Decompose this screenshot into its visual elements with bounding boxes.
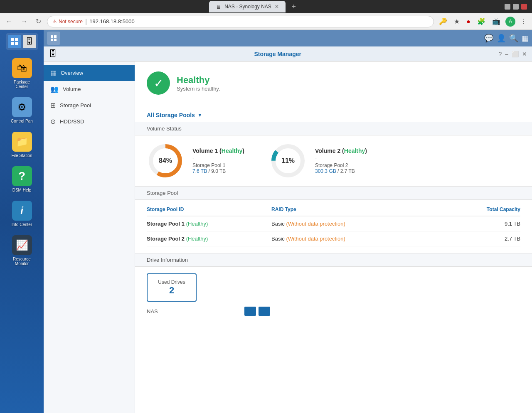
volume-1-percent: 84% — [159, 157, 172, 165]
dsm-home-icon[interactable] — [47, 32, 60, 45]
volume-1-info: Volume 1 (Healthy) - Storage Pool 1 7.6 … — [192, 148, 244, 174]
maximize-button[interactable] — [513, 4, 519, 10]
volume-2-name: Volume 2 (Healthy) — [315, 148, 367, 154]
volume-2-percent: 11% — [281, 157, 295, 165]
sm-help-button[interactable]: ? — [498, 51, 502, 57]
volume-2-item: 11% Volume 2 (Healthy) - Storage Pool 2 … — [269, 142, 367, 179]
volume-status-content: 84% Volume 1 (Healthy) - Storage Pool 1 … — [135, 135, 532, 186]
desktop-area: 💬 👤 🔍 ▦ 🗄 Storage Manager ? – ⬜ ✕ — [44, 30, 532, 413]
dsm-topbar-apps: 🗄 — [6, 33, 38, 50]
not-secure-label: Not secure — [59, 19, 83, 25]
control-panel-icon: ⚙ — [17, 101, 27, 113]
drive-slots — [244, 307, 520, 316]
overview-icon: ▦ — [50, 69, 57, 77]
sidebar-item-storage-pool[interactable]: ⊞ Storage Pool — [44, 97, 135, 113]
storage-manager-title: Storage Manager — [57, 51, 498, 57]
profile-icon[interactable]: A — [505, 17, 515, 27]
storage-pool-table: Storage Pool ID RAID Type Total Capacity… — [135, 200, 532, 253]
browser-tab[interactable]: 🖥 NAS - Synology NAS ✕ — [209, 1, 286, 12]
back-button[interactable]: ← — [3, 16, 15, 27]
browser-chrome: 🖥 NAS - Synology NAS ✕ + ← → ↻ ⚠ Not sec… — [0, 0, 532, 30]
taskbar-info-center[interactable]: i Info Center — [2, 197, 42, 230]
cast-icon[interactable]: 📺 — [490, 16, 502, 27]
taskbar-file-station-label: File Station — [11, 153, 32, 158]
refresh-button[interactable]: ↻ — [33, 16, 44, 27]
not-secure-indicator: ⚠ Not secure — [52, 19, 83, 25]
address-text: 192.168.18.8:5000 — [89, 18, 134, 25]
dsm-search-icon[interactable]: 🔍 — [509, 34, 518, 43]
used-drives-card: Used Drives 2 — [147, 273, 197, 302]
pool-2-id: Storage Pool 2 (Healthy) — [147, 236, 271, 242]
hdd-icon: ⊙ — [50, 118, 56, 125]
volume-1-pool: Storage Pool 1 — [192, 162, 244, 168]
home-grid-icon — [51, 35, 57, 41]
volume-2-dash: - — [315, 155, 367, 161]
package-center-icon: 🛍 — [17, 62, 27, 74]
new-tab-button[interactable]: + — [289, 2, 299, 12]
address-bar[interactable]: ⚠ Not secure | 192.168.18.8:5000 — [47, 16, 434, 27]
puzzle-icon[interactable]: 🧩 — [475, 16, 487, 27]
pool-header-capacity: Total Capacity — [470, 206, 520, 212]
sidebar-item-overview[interactable]: ▦ Overview — [44, 65, 135, 81]
health-status-section: ✓ Healthy System is healthy. — [135, 61, 532, 105]
drive-slot-1 — [244, 307, 256, 316]
health-status-title: Healthy — [177, 75, 220, 86]
pool-2-capacity: 2.7 TB — [470, 236, 520, 242]
nas-drive-row: NAS — [147, 302, 520, 321]
sidebar-item-volume[interactable]: 👥 Volume — [44, 81, 135, 97]
bookmark-icon[interactable]: ★ — [452, 16, 461, 27]
sm-window-controls: ? – ⬜ ✕ — [498, 51, 527, 57]
dropdown-arrow-icon: ▼ — [197, 112, 202, 118]
sidebar-volume-label: Volume — [63, 86, 81, 92]
sidebar-hdd-label: HDD/SSD — [60, 118, 84, 125]
sm-close-button[interactable]: ✕ — [522, 51, 527, 57]
dsm-topbar-right: 💬 👤 🔍 ▦ — [484, 34, 529, 43]
pool-1-id: Storage Pool 1 (Healthy) — [147, 221, 271, 227]
used-drives-label: Used Drives — [158, 279, 185, 285]
storage-manager-window: 🗄 Storage Manager ? – ⬜ ✕ ▦ Overview — [44, 47, 532, 413]
key-icon[interactable]: 🔑 — [437, 16, 449, 27]
used-drives-value: 2 — [169, 285, 174, 296]
sidebar-item-hdd-ssd[interactable]: ⊙ HDD/SSD — [44, 113, 135, 130]
dsm-chat-icon[interactable]: 💬 — [484, 34, 493, 43]
checkmark-icon: ✓ — [154, 76, 163, 90]
close-tab-button[interactable]: ✕ — [275, 4, 279, 10]
sm-minimize-button[interactable]: – — [505, 51, 508, 57]
volume-2-donut: 11% — [269, 142, 307, 179]
tab-favicon: 🖥 — [216, 4, 221, 10]
dsm-shell: 🗄 🛍 PackageCenter ⚙ Control Pan 📁 File S… — [0, 30, 532, 413]
nas-label: NAS — [147, 308, 158, 315]
table-row: Storage Pool 2 (Healthy) Basic (Without … — [147, 231, 520, 246]
pool-2-raid: Basic (Without data protection) — [271, 236, 470, 242]
taskbar-package-center[interactable]: 🛍 PackageCenter — [2, 55, 42, 92]
minimize-button[interactable] — [505, 4, 510, 10]
menu-icon[interactable]: ⋮ — [519, 16, 529, 27]
pool-1-capacity: 9.1 TB — [470, 221, 520, 227]
volume-1-donut: 84% — [147, 142, 184, 179]
dsm-topbar: 💬 👤 🔍 ▦ — [44, 30, 532, 47]
sm-sidebar: ▦ Overview 👥 Volume ⊞ Storage Pool ⊙ HDD… — [44, 61, 135, 413]
all-storage-pools-dropdown[interactable]: All Storage Pools ▼ — [135, 105, 532, 122]
drive-info-content: Used Drives 2 NAS — [135, 267, 532, 327]
grid-icon — [11, 38, 18, 45]
taskbar-control-panel[interactable]: ⚙ Control Pan — [2, 94, 42, 127]
taskbar-dsm-help[interactable]: ? DSM Help — [2, 163, 42, 196]
browser-toolbar-icons: 🔑 ★ ● 🧩 📺 A ⋮ — [437, 16, 529, 27]
table-row: Storage Pool 1 (Healthy) Basic (Without … — [147, 216, 520, 231]
taskbar-control-panel-label: Control Pan — [11, 119, 33, 123]
storage-manager-taskbar-icon[interactable]: 🗄 — [23, 35, 36, 48]
close-window-button[interactable] — [521, 4, 527, 10]
forward-button[interactable]: → — [18, 16, 30, 27]
storage-pool-icon: ⊞ — [50, 101, 56, 109]
dsm-options-icon[interactable]: ▦ — [522, 34, 529, 43]
navigation-bar: ← → ↻ ⚠ Not secure | 192.168.18.8:5000 🔑… — [0, 13, 532, 30]
dsm-user-icon[interactable]: 👤 — [497, 34, 506, 43]
taskbar-resource-monitor[interactable]: 📈 ResourceMonitor — [2, 232, 42, 269]
main-menu-button[interactable] — [8, 35, 21, 48]
volume-status-header: Volume Status — [135, 122, 532, 135]
file-station-icon: 📁 — [16, 136, 28, 148]
volume-1-item: 84% Volume 1 (Healthy) - Storage Pool 1 … — [147, 142, 244, 179]
sm-restore-button[interactable]: ⬜ — [512, 51, 519, 57]
extension-icon[interactable]: ● — [465, 16, 472, 27]
taskbar-file-station[interactable]: 📁 File Station — [2, 128, 42, 161]
